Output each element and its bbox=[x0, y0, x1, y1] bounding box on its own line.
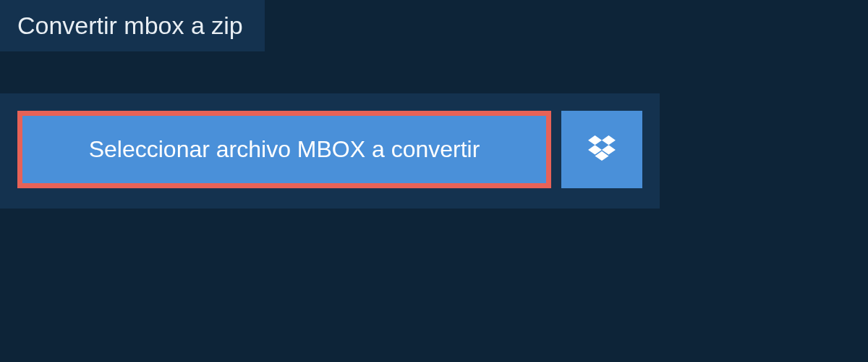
select-file-button[interactable]: Seleccionar archivo MBOX a convertir bbox=[17, 111, 551, 188]
tab-title: Convertir mbox a zip bbox=[17, 12, 243, 39]
dropbox-button[interactable] bbox=[561, 111, 642, 188]
converter-panel: Seleccionar archivo MBOX a convertir bbox=[0, 93, 660, 209]
select-file-label: Seleccionar archivo MBOX a convertir bbox=[89, 136, 480, 163]
tab-convert[interactable]: Convertir mbox a zip bbox=[0, 0, 265, 51]
dropbox-icon bbox=[588, 135, 616, 164]
button-row: Seleccionar archivo MBOX a convertir bbox=[0, 93, 660, 209]
tab-bar: Convertir mbox a zip bbox=[0, 0, 868, 51]
